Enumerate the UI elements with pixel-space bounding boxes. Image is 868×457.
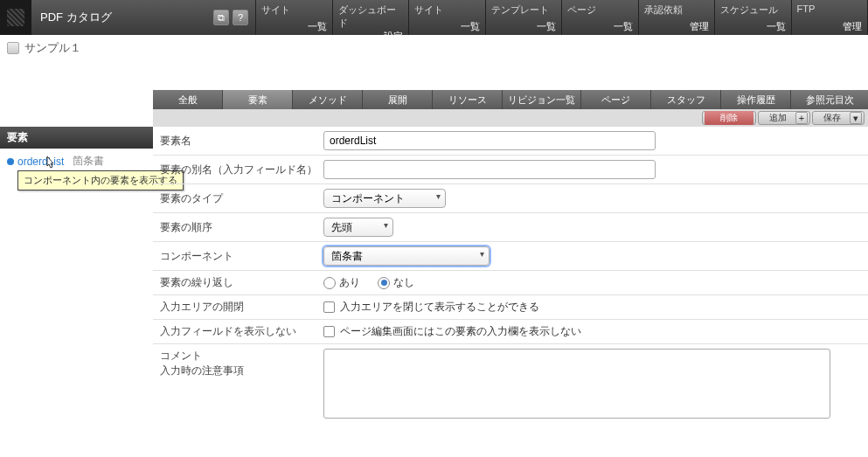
radio-repeat-yes[interactable] (323, 277, 336, 289)
input-name[interactable] (323, 131, 656, 150)
tab-1[interactable]: 要素 (223, 90, 293, 109)
add-button[interactable]: 追加 (760, 112, 795, 124)
topnav-item-2[interactable]: サイト一覧 (409, 0, 486, 35)
topnav-bottom: 一覧 (567, 20, 633, 33)
left-panel-title: 要素 (0, 127, 153, 149)
window-icon[interactable]: ⧉ (213, 10, 229, 25)
topnav-top: サイト (414, 3, 480, 17)
page-icon (7, 42, 19, 54)
label-repeat: 要素の繰り返し (153, 275, 323, 290)
topnav-item-3[interactable]: テンプレート一覧 (486, 0, 563, 35)
tree-bullet-icon (7, 158, 14, 165)
checkbox-hidefield[interactable] (323, 326, 335, 337)
checkbox-collapse[interactable] (323, 301, 335, 313)
add-plus-icon[interactable]: + (795, 112, 808, 124)
label-order: 要素の順序 (153, 220, 323, 235)
save-button[interactable]: 保存 (815, 112, 850, 124)
label-comment: コメント (160, 350, 202, 362)
tab-3[interactable]: 展開 (363, 90, 433, 109)
tab-0[interactable]: 全般 (153, 90, 223, 109)
cursor-pointer-icon (44, 156, 58, 170)
radio-repeat-no[interactable] (378, 277, 390, 289)
textarea-comment[interactable] (323, 349, 830, 419)
help-icon[interactable]: ? (233, 10, 248, 25)
topnav-item-5[interactable]: 承認依頼管理 (639, 0, 716, 35)
topnav-bottom: 設定 (338, 30, 404, 43)
tree-item[interactable]: orderdList 箇条書 (7, 154, 146, 169)
topnav-bottom: 一覧 (491, 20, 557, 33)
tab-6[interactable]: ページ (581, 90, 651, 109)
app-title: PDF カタログ (31, 0, 206, 35)
page-breadcrumb: サンプル１ (24, 40, 81, 56)
topnav-item-7[interactable]: FTP管理 (792, 0, 869, 35)
topnav-top: FTP (797, 3, 863, 14)
select-component[interactable]: 箇条書 (323, 246, 490, 266)
app-logo[interactable] (0, 0, 31, 35)
topnav-top: サイト (261, 3, 327, 17)
select-order[interactable]: 先頭 (323, 218, 393, 237)
checkbox-collapse-label: 入力エリアを閉じて表示することができる (340, 300, 539, 315)
topnav-top: スケジュール (720, 3, 786, 17)
label-type: 要素のタイプ (153, 191, 323, 206)
label-comment-sub: 入力時の注意事項 (160, 364, 323, 378)
tab-2[interactable]: メソッド (293, 90, 363, 109)
checkbox-hidefield-label: ページ編集画面にはこの要素の入力欄を表示しない (340, 324, 581, 339)
label-name: 要素名 (153, 134, 323, 149)
topnav-item-6[interactable]: スケジュール一覧 (715, 0, 792, 35)
topnav-bottom: 管理 (644, 20, 710, 33)
topnav-bottom: 一覧 (261, 20, 327, 33)
tab-8[interactable]: 操作履歴 (721, 90, 791, 109)
topnav-top: ページ (567, 3, 633, 17)
topnav-bottom: 管理 (797, 20, 863, 33)
tree-item-sub: 箇条書 (73, 154, 104, 169)
label-collapse: 入力エリアの開閉 (153, 300, 323, 315)
topnav-item-1[interactable]: ダッシュボード設定 (333, 0, 410, 35)
input-alias[interactable] (323, 160, 656, 179)
select-type[interactable]: コンポーネント (323, 189, 446, 208)
delete-button[interactable]: 削除 (705, 111, 753, 125)
save-dropdown-icon[interactable]: ▾ (850, 112, 862, 124)
tab-7[interactable]: スタッフ (651, 90, 721, 109)
tab-9[interactable]: 参照元目次 (791, 90, 868, 109)
label-alias: 要素の別名（入力フィールド名） (153, 163, 323, 177)
tab-5[interactable]: リビジョン一覧 (503, 90, 581, 109)
label-hidefield: 入力フィールドを表示しない (153, 324, 323, 339)
tab-4[interactable]: リソース (433, 90, 503, 109)
topnav-item-4[interactable]: ページ一覧 (562, 0, 639, 35)
topnav-item-0[interactable]: サイト一覧 (256, 0, 333, 35)
radio-repeat-no-label: なし (393, 275, 414, 290)
label-component: コンポーネント (153, 249, 323, 264)
topnav-top: 承認依頼 (644, 3, 710, 17)
topnav-top: ダッシュボード (338, 3, 404, 30)
radio-repeat-yes-label: あり (339, 275, 360, 290)
topnav-top: テンプレート (491, 3, 557, 17)
topnav-bottom: 一覧 (720, 20, 786, 33)
topnav-bottom: 一覧 (414, 20, 480, 33)
